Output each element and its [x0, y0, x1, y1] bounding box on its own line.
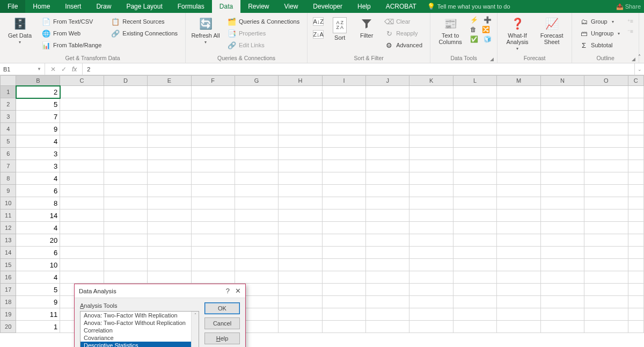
cell[interactable]	[148, 172, 191, 185]
row-header[interactable]: 20	[1, 321, 16, 333]
cell[interactable]	[453, 234, 496, 247]
cell[interactable]	[409, 111, 453, 123]
cell[interactable]	[628, 234, 643, 247]
cell[interactable]	[279, 197, 322, 209]
cell[interactable]	[279, 259, 322, 271]
cell[interactable]	[235, 123, 278, 135]
clear-button[interactable]: ⌫Clear	[383, 16, 425, 27]
cell[interactable]	[104, 197, 147, 209]
cell[interactable]	[409, 123, 453, 135]
cell[interactable]: 4	[16, 271, 60, 284]
cell[interactable]	[453, 321, 496, 333]
from-text-csv-button[interactable]: 📄From Text/CSV	[40, 16, 104, 27]
from-table-range-button[interactable]: 📊From Table/Range	[40, 40, 104, 50]
cell[interactable]	[235, 172, 278, 185]
cell[interactable]: 6	[16, 185, 60, 197]
text-to-columns-button[interactable]: 📰 Text to Columns	[436, 15, 465, 45]
row-header[interactable]: 14	[1, 247, 16, 259]
cell[interactable]: 14	[16, 209, 60, 222]
show-detail-icon[interactable]: ⁺≡	[627, 18, 633, 24]
cell[interactable]	[497, 98, 540, 111]
cell[interactable]	[235, 98, 278, 111]
cell[interactable]	[497, 185, 540, 197]
cell[interactable]	[540, 284, 584, 296]
cell[interactable]	[60, 247, 104, 259]
cell[interactable]	[628, 98, 643, 111]
cell[interactable]: 9	[16, 123, 60, 135]
cell[interactable]	[497, 197, 540, 209]
cell[interactable]	[540, 123, 584, 135]
cell[interactable]	[628, 86, 643, 98]
cell[interactable]	[409, 259, 453, 271]
cell[interactable]	[366, 98, 409, 111]
row-header[interactable]: 13	[1, 234, 16, 247]
cell[interactable]	[60, 172, 104, 185]
cell[interactable]	[497, 259, 540, 271]
column-header[interactable]: K	[409, 76, 453, 86]
cell[interactable]	[497, 209, 540, 222]
cell[interactable]	[235, 222, 278, 234]
cell[interactable]	[60, 123, 104, 135]
cell[interactable]	[584, 172, 628, 185]
cell[interactable]	[497, 247, 540, 259]
cell[interactable]	[322, 209, 365, 222]
row-header[interactable]: 17	[1, 284, 16, 296]
cell[interactable]	[628, 185, 643, 197]
remove-duplicates-icon[interactable]: 🗑	[470, 26, 477, 33]
row-header[interactable]: 8	[1, 172, 16, 185]
cell[interactable]	[409, 308, 453, 321]
cell[interactable]	[279, 296, 322, 308]
cell[interactable]: 20	[16, 234, 60, 247]
edit-links-button[interactable]: 🔗Edit Links	[225, 40, 302, 50]
data-model-icon[interactable]: 🧊	[484, 35, 492, 43]
properties-button[interactable]: 📑Properties	[225, 28, 302, 39]
cell[interactable]	[409, 321, 453, 333]
cell[interactable]	[540, 135, 584, 148]
cell[interactable]	[497, 284, 540, 296]
cell[interactable]	[60, 259, 104, 271]
cell[interactable]	[322, 172, 365, 185]
reapply-button[interactable]: ↻Reapply	[383, 28, 425, 39]
cell[interactable]	[191, 160, 235, 172]
row-header[interactable]: 15	[1, 259, 16, 271]
cell[interactable]	[453, 86, 496, 98]
column-header[interactable]: N	[540, 76, 584, 86]
row-header[interactable]: 18	[1, 296, 16, 308]
cell[interactable]	[628, 308, 643, 321]
row-header[interactable]: 4	[1, 123, 16, 135]
row-header[interactable]: 12	[1, 222, 16, 234]
cell[interactable]	[540, 172, 584, 185]
cell[interactable]	[60, 209, 104, 222]
cell[interactable]	[148, 271, 191, 284]
column-header[interactable]: C	[60, 76, 104, 86]
cell[interactable]	[540, 259, 584, 271]
cell[interactable]	[235, 148, 278, 160]
what-if-button[interactable]: ❓ What-If Analysis ▾	[503, 15, 532, 51]
column-header[interactable]: I	[322, 76, 365, 86]
cell[interactable]	[104, 86, 147, 98]
cell[interactable]	[409, 86, 453, 98]
cell[interactable]	[104, 135, 147, 148]
row-header[interactable]: 1	[1, 86, 16, 98]
cell[interactable]	[497, 111, 540, 123]
cell[interactable]	[235, 234, 278, 247]
cell[interactable]	[366, 259, 409, 271]
list-item[interactable]: Anova: Two-Factor With Replication	[80, 312, 199, 319]
cell[interactable]	[366, 160, 409, 172]
cell[interactable]	[191, 185, 235, 197]
cell[interactable]	[322, 135, 365, 148]
cell[interactable]	[148, 247, 191, 259]
cell[interactable]	[191, 86, 235, 98]
cell[interactable]	[104, 148, 147, 160]
cell[interactable]: 4	[16, 222, 60, 234]
cell[interactable]	[148, 209, 191, 222]
from-web-button[interactable]: 🌐From Web	[40, 28, 104, 39]
relationships-icon[interactable]: 🔀	[482, 26, 490, 33]
column-header[interactable]: C	[628, 76, 643, 86]
cell[interactable]	[497, 172, 540, 185]
cell[interactable]	[366, 271, 409, 284]
spreadsheet-grid[interactable]: BCDEFGHIJKLMNOC1225374954637384961081114…	[0, 75, 644, 347]
cell[interactable]	[497, 86, 540, 98]
cell[interactable]	[540, 209, 584, 222]
cell[interactable]	[279, 321, 322, 333]
